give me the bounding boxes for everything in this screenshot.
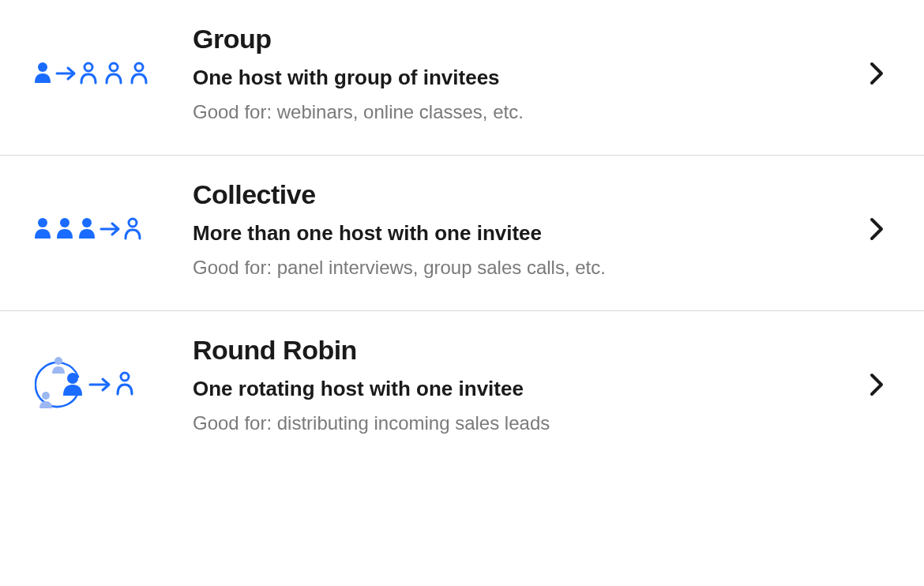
option-subtitle: More than one host with one invitee [193, 221, 845, 246]
option-desc: Good for: webinars, online classes, etc. [193, 101, 845, 123]
event-type-list: Group One host with group of invitees Go… [0, 0, 924, 466]
svg-point-3 [110, 63, 118, 71]
option-group[interactable]: Group One host with group of invitees Go… [0, 0, 924, 155]
round-robin-icon [35, 353, 193, 416]
option-desc: Good for: panel interviews, group sales … [193, 257, 845, 279]
svg-point-6 [60, 218, 69, 227]
option-collective[interactable]: Collective More than one host with one i… [0, 155, 924, 310]
chevron-right-icon [861, 216, 892, 242]
option-title: Group [193, 24, 845, 54]
option-subtitle: One host with group of invitees [193, 66, 845, 90]
collective-icon [35, 213, 193, 245]
svg-point-4 [135, 63, 143, 71]
chevron-right-icon [861, 61, 892, 86]
svg-point-10 [54, 357, 62, 365]
svg-point-11 [42, 392, 50, 400]
option-desc: Good for: distributing incoming sales le… [193, 412, 845, 434]
svg-point-9 [129, 219, 137, 227]
option-subtitle: One rotating host with one invitee [193, 377, 845, 401]
chevron-right-icon [861, 372, 892, 397]
svg-point-2 [85, 63, 92, 71]
svg-point-14 [121, 373, 129, 381]
option-title: Collective [193, 179, 845, 210]
svg-point-0 [38, 62, 47, 72]
option-text: Collective More than one host with one i… [193, 179, 861, 279]
option-text: Group One host with group of invitees Go… [193, 24, 861, 123]
svg-point-7 [82, 218, 92, 227]
option-text: Round Robin One rotating host with one i… [193, 335, 861, 434]
svg-point-5 [38, 218, 47, 227]
option-round-robin[interactable]: Round Robin One rotating host with one i… [0, 310, 924, 466]
group-icon [35, 58, 193, 89]
svg-point-12 [67, 373, 78, 384]
option-title: Round Robin [193, 335, 845, 366]
